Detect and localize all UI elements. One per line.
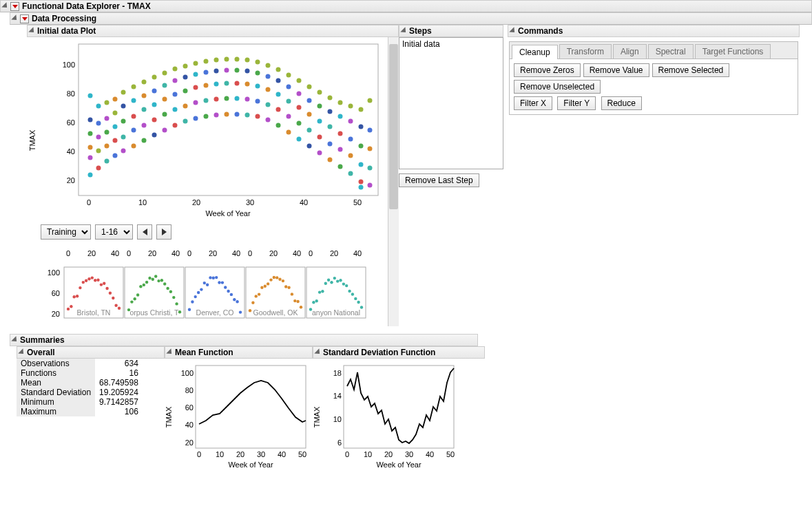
svg-point-133	[328, 158, 333, 162]
window-title-bar: Functional Data Explorer - TMAX	[0, 0, 812, 12]
arrow-left-icon	[143, 229, 147, 235]
svg-point-168	[73, 295, 76, 298]
svg-point-32	[113, 97, 118, 102]
disclosure-icon[interactable]	[314, 348, 322, 356]
svg-point-203	[169, 290, 172, 293]
svg-point-265	[330, 281, 333, 284]
svg-point-69	[194, 100, 198, 105]
step-item[interactable]: Initial data	[402, 39, 500, 49]
mean-fn-title: Mean Function	[175, 348, 233, 357]
svg-text:40: 40	[293, 249, 301, 257]
disclosure-icon[interactable]	[11, 14, 19, 22]
svg-text:6: 6	[337, 438, 342, 447]
arrow-right-icon	[162, 229, 167, 235]
disclosure-icon[interactable]	[11, 336, 19, 343]
svg-point-260	[315, 299, 318, 302]
filter-y-button[interactable]: Filter Y	[557, 96, 596, 110]
disclosure-icon[interactable]	[18, 348, 25, 356]
disclosure-icon[interactable]	[28, 27, 36, 34]
svg-point-155	[368, 166, 373, 171]
prev-button[interactable]	[137, 224, 152, 240]
tab-target-functions[interactable]: Target Functions	[695, 44, 771, 59]
svg-point-150	[359, 144, 364, 149]
svg-point-199	[157, 279, 160, 282]
svg-point-62	[173, 67, 178, 72]
disclosure-icon[interactable]	[400, 27, 408, 34]
svg-point-179	[105, 287, 108, 290]
svg-point-82	[214, 58, 219, 63]
remove-zeros-button[interactable]: Remove Zeros	[514, 63, 581, 77]
svg-point-107	[266, 63, 271, 68]
svg-text:0: 0	[187, 249, 191, 257]
svg-point-229	[239, 310, 242, 313]
svg-point-218	[206, 284, 209, 286]
svg-point-246	[282, 279, 284, 282]
svg-point-198	[154, 275, 157, 277]
tab-spectral[interactable]: Spectral	[648, 44, 694, 59]
mean-function-plot[interactable]: TMAX 20 40 60 80 100 0 10 20 30 40 50	[165, 359, 313, 483]
svg-point-132	[317, 90, 322, 95]
svg-point-144	[348, 154, 353, 158]
svg-text:10: 10	[216, 450, 224, 458]
svg-text:100: 100	[181, 369, 194, 377]
disclosure-icon[interactable]	[166, 348, 174, 356]
next-button[interactable]	[156, 224, 171, 240]
svg-point-84	[225, 96, 229, 101]
sd-function-plot[interactable]: TMAX 6 10 14 18 0 10 20 30 40 50 Week of…	[313, 359, 461, 483]
window-title: Functional Data Explorer - TMAX	[22, 1, 151, 11]
svg-text:80: 80	[67, 89, 75, 98]
remove-selected-button[interactable]: Remove Selected	[652, 63, 730, 77]
svg-text:18: 18	[333, 369, 342, 377]
svg-point-143	[348, 171, 353, 176]
filter-x-button[interactable]: Filter X	[514, 96, 552, 110]
vertical-scrollbar[interactable]	[388, 37, 399, 326]
section-menu-icon[interactable]	[20, 14, 29, 23]
svg-point-153	[359, 185, 364, 190]
table-row: Standard Deviation19.205924	[17, 388, 143, 397]
initial-scatter-plot[interactable]: TMAX 20 40 60 80 100 0	[27, 37, 385, 220]
svg-point-266	[333, 277, 336, 279]
overall-title: Overall	[27, 348, 55, 357]
remove-last-step-button[interactable]: Remove Last Step	[399, 173, 479, 187]
svg-point-202	[166, 287, 169, 290]
svg-text:orpus Christi, T: orpus Christi, T	[130, 308, 180, 317]
tab-cleanup[interactable]: Cleanup	[512, 45, 558, 59]
tab-align[interactable]: Align	[613, 44, 647, 59]
report-menu-icon[interactable]	[10, 2, 19, 11]
steps-list[interactable]: Initial data	[399, 37, 503, 169]
svg-point-93	[245, 113, 250, 118]
set-select[interactable]: Training	[41, 224, 91, 240]
svg-point-73	[204, 114, 209, 119]
scroll-thumb[interactable]	[389, 44, 398, 209]
small-multiples[interactable]: 20 60 100 02040Bristol, TN02040orpus Chr…	[27, 242, 385, 332]
disclosure-icon[interactable]	[509, 27, 517, 34]
svg-point-21	[96, 121, 101, 126]
svg-point-88	[235, 112, 240, 117]
disclosure-icon[interactable]	[1, 2, 9, 10]
summaries-title: Summaries	[20, 335, 65, 345]
range-select[interactable]: 1-16	[95, 224, 133, 240]
svg-text:20: 20	[185, 438, 194, 447]
svg-point-113	[287, 130, 291, 135]
commands-title: Commands	[518, 26, 563, 36]
svg-point-158	[368, 98, 373, 103]
svg-point-200	[160, 279, 163, 282]
svg-point-111	[276, 78, 281, 83]
svg-point-181	[112, 297, 114, 299]
svg-point-157	[368, 128, 373, 133]
remove-unselected-button[interactable]: Remove Unselected	[514, 80, 601, 94]
svg-point-261	[318, 290, 321, 293]
svg-text:20: 20	[384, 450, 393, 458]
svg-point-171	[82, 281, 85, 284]
svg-point-59	[173, 107, 178, 112]
remove-value-button[interactable]: Remove Value	[583, 63, 649, 77]
svg-point-95	[245, 82, 250, 87]
svg-point-23	[105, 159, 110, 164]
svg-text:50: 50	[446, 450, 455, 458]
svg-point-34	[121, 135, 126, 140]
svg-point-129	[317, 135, 322, 140]
tab-transform[interactable]: Transform	[559, 44, 612, 59]
svg-text:40: 40	[300, 198, 308, 207]
svg-point-223	[221, 281, 224, 284]
reduce-button[interactable]: Reduce	[601, 96, 642, 110]
